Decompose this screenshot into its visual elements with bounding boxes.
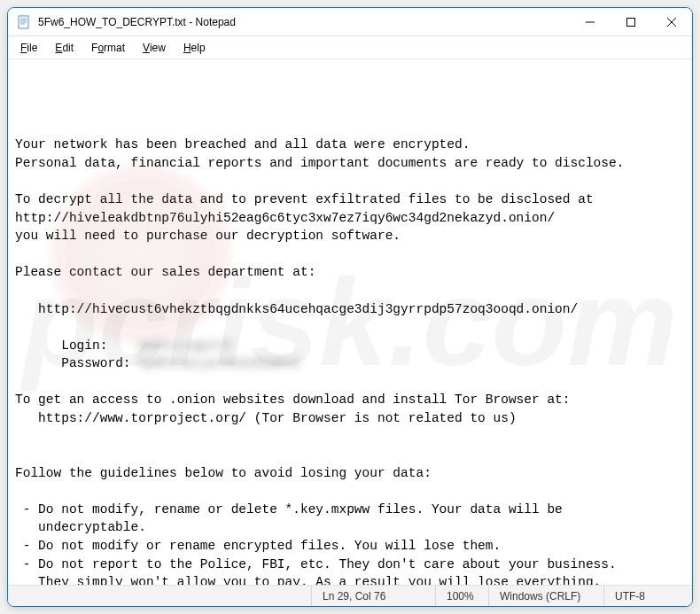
- blurred-login: pXKCsrugpzt9: [138, 337, 230, 355]
- menubar: File Edit Format View Help: [8, 36, 692, 59]
- menu-edit[interactable]: Edit: [46, 39, 82, 57]
- watermark-circle-icon: [43, 157, 238, 352]
- text-line: Login:: [15, 338, 138, 353]
- text-line: http://hivecust6vhekztbqgdnkks64ucehqacg…: [15, 302, 578, 316]
- text-editor[interactable]: pcrisk.com Your network has been breache…: [8, 59, 692, 585]
- close-button[interactable]: [651, 8, 692, 35]
- status-line-ending: Windows (CRLF): [488, 586, 603, 606]
- text-line: https://www.torproject.org/ (Tor Browser…: [15, 411, 517, 425]
- menu-file[interactable]: File: [12, 39, 46, 57]
- text-line: They simply won't allow you to pay. As a…: [15, 575, 601, 585]
- menu-view[interactable]: View: [134, 39, 175, 57]
- text-line: - Do not modify, rename or delete *.key.…: [15, 502, 563, 517]
- statusbar: Ln 29, Col 76 100% Windows (CRLF) UTF-8: [8, 585, 692, 606]
- status-position: Ln 29, Col 76: [311, 586, 435, 606]
- text-line: - Do not report to the Police, FBI, etc.…: [15, 557, 617, 571]
- notepad-window: 5Fw6_HOW_TO_DECRYPT.txt - Notepad File E…: [7, 7, 693, 607]
- status-encoding: UTF-8: [603, 586, 692, 606]
- status-zoom: 100%: [435, 586, 488, 606]
- menu-format[interactable]: Format: [82, 39, 134, 57]
- window-title: 5Fw6_HOW_TO_DECRYPT.txt - Notepad: [38, 16, 570, 28]
- text-line: you will need to purchase our decryption…: [15, 229, 401, 243]
- window-controls: [570, 8, 692, 35]
- text-line: Please contact our sales department at:: [15, 265, 315, 279]
- text-line: Personal data, financial reports and imp…: [15, 156, 624, 170]
- watermark-text: pcrisk.com: [22, 234, 677, 410]
- text-line: Password:: [15, 356, 138, 370]
- text-line: To get an access to .onion websites down…: [15, 392, 571, 407]
- text-line: Your network has been breached and all d…: [15, 137, 470, 152]
- notepad-icon: [17, 15, 31, 29]
- maximize-button[interactable]: [611, 8, 651, 35]
- menu-help[interactable]: Help: [175, 39, 214, 57]
- text-line: http://hiveleakdbtnp76ulyhi52eag6c6tyc3x…: [15, 211, 555, 225]
- svg-rect-6: [627, 18, 635, 26]
- minimize-button[interactable]: [570, 8, 611, 35]
- blurred-password: hpRPs7pxja7dcb2H2pK42: [138, 354, 300, 373]
- text-line: - Do not modify or rename encrypted file…: [15, 539, 501, 553]
- text-line: Follow the guidelines below to avoid los…: [15, 466, 432, 480]
- text-line: To decrypt all the data and to prevent e…: [15, 192, 594, 206]
- text-line: undecryptable.: [15, 520, 146, 534]
- titlebar: 5Fw6_HOW_TO_DECRYPT.txt - Notepad: [8, 8, 692, 36]
